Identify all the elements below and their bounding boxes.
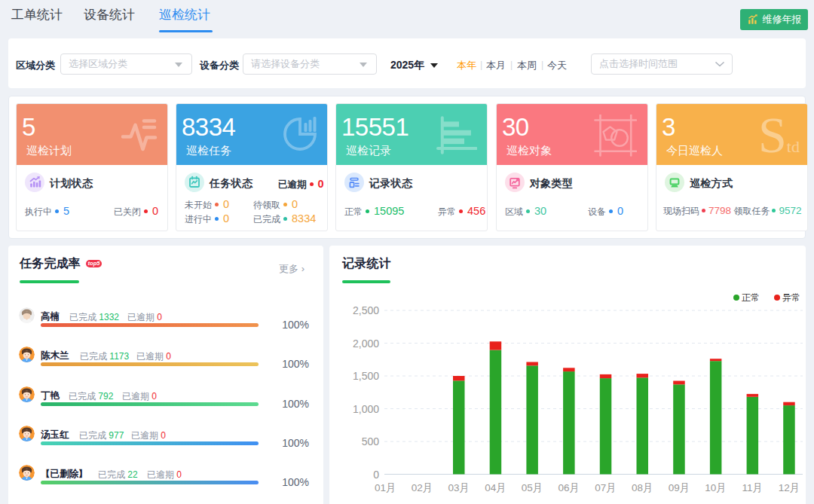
svg-text:09月: 09月	[669, 482, 690, 493]
svg-text:05月: 05月	[522, 482, 543, 493]
svg-text:07月: 07月	[595, 482, 617, 493]
svg-text:500: 500	[362, 435, 380, 447]
svg-text:03月: 03月	[448, 482, 470, 493]
svg-text:2,500: 2,500	[353, 304, 379, 316]
svg-text:12月: 12月	[779, 482, 800, 493]
svg-text:01月: 01月	[375, 482, 396, 493]
svg-text:06月: 06月	[558, 482, 580, 493]
svg-text:正常: 正常	[742, 292, 760, 303]
svg-text:10月: 10月	[705, 482, 727, 493]
svg-text:02月: 02月	[412, 482, 433, 493]
svg-text:1,500: 1,500	[353, 370, 379, 382]
svg-text:1,000: 1,000	[353, 403, 379, 415]
svg-text:异常: 异常	[782, 292, 800, 303]
svg-text:2,000: 2,000	[353, 338, 379, 350]
svg-text:04月: 04月	[485, 482, 506, 493]
svg-text:11月: 11月	[742, 482, 764, 493]
svg-text:08月: 08月	[632, 482, 653, 493]
svg-text:0: 0	[373, 469, 379, 481]
